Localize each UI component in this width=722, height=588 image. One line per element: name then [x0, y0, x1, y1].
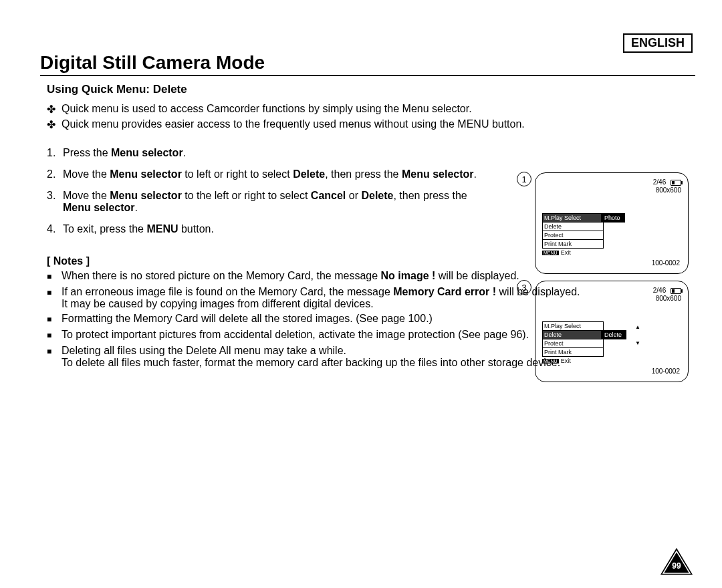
- arrow-down-icon: ▼: [635, 339, 640, 347]
- quick-menu-item: M.Play SelectPhoto: [542, 213, 604, 223]
- quick-menu-3: M.Play SelectDeleteDelete▲▼ProtectPrint …: [542, 321, 681, 357]
- page-number: 99: [660, 561, 693, 571]
- image-counter: 2/46: [653, 178, 666, 186]
- quick-menu-item: Print Mark: [542, 239, 604, 249]
- exit-hint-1: MENU Exit: [542, 249, 681, 256]
- menu-badge-icon: MENU: [542, 251, 559, 255]
- exit-label: Exit: [561, 249, 571, 256]
- quick-menu-1: M.Play SelectPhotoDeleteProtectPrint Mar…: [542, 213, 681, 249]
- arrow-up-icon: ▲: [635, 323, 640, 331]
- image-counter: 2/46: [653, 287, 666, 294]
- quick-menu-value: Delete: [601, 330, 626, 339]
- exit-label: Exit: [561, 357, 571, 364]
- quick-menu-item: Delete: [542, 222, 604, 231]
- step-circle-1: 1: [517, 172, 531, 186]
- file-code-1: 100-0002: [652, 259, 680, 267]
- resolution-label: 800x600: [656, 295, 681, 302]
- resolution-label: 800x600: [656, 186, 681, 194]
- intro-item: ✤Quick menu provides easier access to th…: [47, 118, 695, 131]
- page-title: Digital Still Camera Mode: [40, 52, 695, 76]
- quick-menu-item: Print Mark: [542, 347, 604, 357]
- quick-menu-item: Protect: [542, 231, 604, 240]
- page-number-badge: 99: [660, 548, 693, 575]
- intro-block: ✤Quick menu is used to access Camcorder …: [47, 103, 695, 131]
- intro-item: ✤Quick menu is used to access Camcorder …: [47, 103, 695, 116]
- step-item: 1.Press the Menu selector.: [47, 147, 695, 159]
- quick-menu-item: Protect: [542, 339, 604, 348]
- quick-menu-item: M.Play Select: [542, 321, 604, 331]
- battery-icon: [671, 180, 681, 186]
- lcd-screenshot-3: 3 2/46 800x600 M.Play SelectDeleteDelete…: [535, 281, 689, 382]
- lcd-screenshot-1: 1 2/46 800x600 M.Play SelectPhotoDeleteP…: [535, 172, 689, 274]
- quick-menu-value: Photo: [601, 213, 625, 223]
- exit-hint-3: MENU Exit: [542, 357, 681, 364]
- battery-icon: [671, 288, 681, 294]
- quick-menu-item: DeleteDelete▲▼: [542, 330, 604, 339]
- file-code-3: 100-0002: [652, 368, 680, 375]
- menu-badge-icon: MENU: [542, 359, 559, 363]
- section-heading: Using Quick Menu: Delete: [47, 83, 695, 96]
- step-circle-3: 3: [517, 280, 531, 295]
- language-label: ENGLISH: [623, 33, 693, 53]
